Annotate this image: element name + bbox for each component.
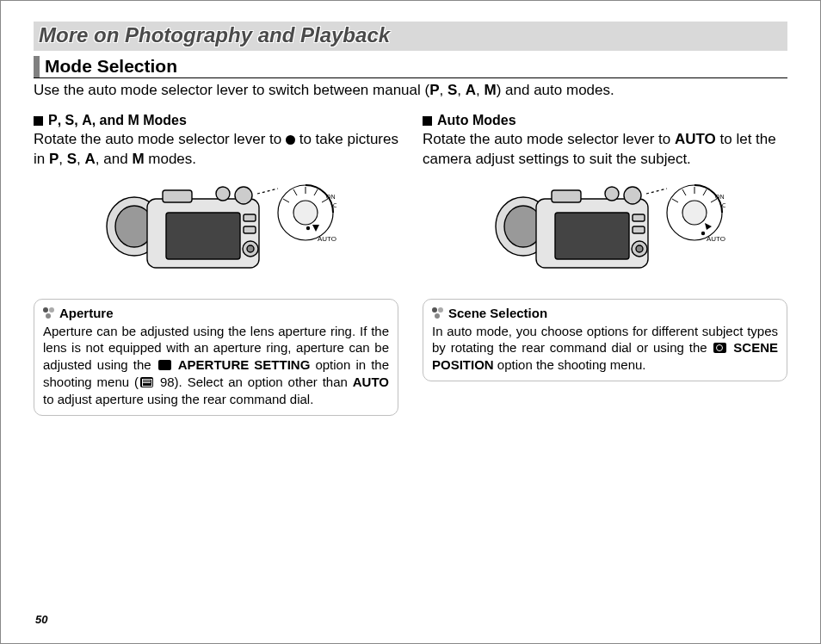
psam-body: Rotate the auto mode selector lever to t… xyxy=(34,130,398,170)
ap-b2: AUTO xyxy=(353,375,389,389)
ap-ref: 98). Select an option other than xyxy=(155,375,353,389)
page: More on Photography and Playback Mode Se… xyxy=(1,1,820,416)
b-mode-a: A xyxy=(85,151,96,167)
auto-body: Rotate the auto mode selector lever to A… xyxy=(423,130,787,170)
svg-rect-30 xyxy=(633,226,645,233)
auto-pre: Rotate the auto mode selector lever to xyxy=(423,131,675,147)
scene-menu-icon xyxy=(713,343,726,353)
b-mode-p: P xyxy=(49,151,59,167)
svg-rect-26 xyxy=(552,190,581,202)
svg-text:OFF: OFF xyxy=(333,202,336,208)
svg-rect-8 xyxy=(244,226,256,233)
aperture-note-title: Aperture xyxy=(59,305,114,322)
psam-heading: P, S, A, and M Modes xyxy=(34,113,398,128)
svg-point-21 xyxy=(306,226,310,230)
scene-note: Scene Selection In auto mode, you choose… xyxy=(423,299,787,381)
square-bullet-icon xyxy=(34,116,43,126)
aperture-note: Aperture Aperture can be adjusted using … xyxy=(34,299,398,416)
dot-icon xyxy=(286,135,295,145)
chapter-bar: More on Photography and Playback xyxy=(34,22,787,51)
h-mode-p: P xyxy=(48,113,58,127)
left-column: P, S, A, and M Modes Rotate the auto mod… xyxy=(34,113,398,416)
intro-mode-s: S xyxy=(448,82,457,98)
sc-t2: option the shooting menu. xyxy=(494,357,646,372)
columns: P, S, A, and M Modes Rotate the auto mod… xyxy=(34,113,787,416)
svg-point-39 xyxy=(682,201,707,225)
scene-note-title-row: Scene Selection xyxy=(432,305,778,322)
camera-icon: ON OFF AUTO xyxy=(485,175,725,287)
h-suffix: Modes xyxy=(139,113,187,127)
section-title: Mode Selection xyxy=(45,56,177,77)
svg-point-6 xyxy=(216,187,230,201)
svg-rect-29 xyxy=(633,214,645,221)
h-mode-a: A xyxy=(82,113,92,127)
aperture-note-title-row: Aperture xyxy=(43,305,389,322)
page-number: 50 xyxy=(35,613,47,626)
h-mode-m: M xyxy=(127,113,139,127)
auto-bold: AUTO xyxy=(675,131,716,147)
chapter-title: More on Photography and Playback xyxy=(37,23,784,47)
note-bullet-icon xyxy=(432,307,444,319)
svg-point-5 xyxy=(235,187,252,204)
scene-note-title: Scene Selection xyxy=(448,305,547,322)
svg-text:ON: ON xyxy=(715,194,725,200)
aperture-menu-icon xyxy=(158,360,171,370)
svg-point-43 xyxy=(701,232,705,235)
ap-b1: APERTURE SETTING xyxy=(178,357,311,372)
intro-mode-p: P xyxy=(429,82,439,98)
svg-point-28 xyxy=(605,187,619,201)
svg-rect-7 xyxy=(244,214,256,221)
intro-post: ) and auto modes. xyxy=(497,82,614,98)
psam-pre: Rotate the auto mode selector lever to xyxy=(34,131,286,147)
page-ref-icon xyxy=(140,377,153,387)
auto-heading-text: Auto Modes xyxy=(437,113,516,128)
camera-illustration-right: ON OFF AUTO xyxy=(423,175,787,290)
section-heading: Mode Selection xyxy=(34,56,787,78)
camera-illustration-left: ON OFF AUTO xyxy=(34,175,398,290)
svg-text:AUTO: AUTO xyxy=(318,235,336,243)
svg-text:OFF: OFF xyxy=(722,202,725,208)
b-mode-m: M xyxy=(132,151,144,167)
psam-heading-text: P, S, A, and M Modes xyxy=(48,113,187,128)
scene-note-body: In auto mode, you choose options for dif… xyxy=(432,323,778,374)
aperture-note-body: Aperture can be adjusted using the lens … xyxy=(43,323,389,408)
auto-heading: Auto Modes xyxy=(423,113,787,128)
svg-rect-3 xyxy=(166,213,240,259)
right-column: Auto Modes Rotate the auto mode selector… xyxy=(423,113,787,416)
camera-icon: ON OFF AUTO xyxy=(96,175,336,287)
intro-pre: Use the auto mode selector lever to swit… xyxy=(34,82,429,98)
square-bullet-icon xyxy=(423,116,432,126)
svg-point-27 xyxy=(624,187,641,204)
svg-text:AUTO: AUTO xyxy=(707,235,725,243)
psam-post: modes. xyxy=(145,151,196,167)
section-intro: Use the auto mode selector lever to swit… xyxy=(34,81,787,101)
intro-mode-a: A xyxy=(466,82,476,98)
h-mode-s: S xyxy=(65,113,75,127)
svg-point-32 xyxy=(636,245,643,252)
svg-rect-4 xyxy=(163,190,192,202)
ap-t3: to adjust aperture using the rear comman… xyxy=(43,392,313,406)
svg-rect-25 xyxy=(555,213,629,259)
note-bullet-icon xyxy=(43,307,55,319)
b-mode-s: S xyxy=(67,151,77,167)
svg-text:ON: ON xyxy=(326,194,336,200)
section-accent xyxy=(34,56,40,77)
svg-point-10 xyxy=(247,245,254,252)
svg-point-17 xyxy=(293,201,318,225)
intro-mode-m: M xyxy=(485,82,497,98)
